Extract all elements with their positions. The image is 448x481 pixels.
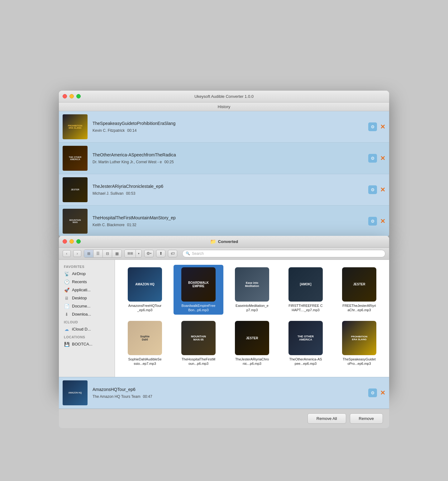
history-bottom-bar: Remove All Remove bbox=[59, 409, 389, 428]
minimize-button[interactable] bbox=[69, 94, 74, 98]
group-dropdown-button[interactable]: ▾ bbox=[136, 250, 141, 257]
bottom-item-author: The Amazon HQ Tours Team bbox=[93, 394, 141, 399]
file-item[interactable]: THE OTHERAMERICA TheOtherAmerica-ASpee..… bbox=[281, 318, 331, 369]
item3-author: Michael J. Sullivan bbox=[93, 191, 123, 196]
search-icon: 🔍 bbox=[186, 251, 190, 255]
file-item[interactable]: AMAZON HQ AmazonsFreeHQTour_ep6.mp3 bbox=[120, 265, 170, 315]
item3-actions: ⚙ ✕ bbox=[368, 185, 385, 194]
item2-thumb: THE OTHERAMERICA bbox=[63, 146, 88, 171]
share-button[interactable]: ⬆ bbox=[156, 250, 165, 257]
desktop-icon: 🖥 bbox=[64, 296, 69, 301]
file-item[interactable]: [AMOK] FIRSTTHREEFREE CHAPT...._ep7.mp3 bbox=[281, 265, 331, 315]
icloud-drive-label: iCloud D... bbox=[72, 327, 91, 331]
item1-actions: ⚙ ✕ bbox=[368, 122, 385, 131]
history-item: THE OTHERAMERICA TheOtherAmerica-ASpeech… bbox=[59, 143, 389, 174]
file-thumb-image: BOARDWALKEMPIRE bbox=[181, 267, 216, 302]
sidebar-item-desktop[interactable]: 🖥 Desktop bbox=[59, 294, 115, 302]
file-thumb: MOUNTAINMAN 05 bbox=[181, 321, 216, 355]
file-thumb-image: JESTER bbox=[342, 267, 376, 302]
group-left-button[interactable]: ⊞⊞ bbox=[125, 250, 136, 257]
finder-minimize-button[interactable] bbox=[69, 239, 74, 244]
icon-view-button[interactable]: ⊞ bbox=[84, 250, 93, 257]
tag-button[interactable]: 🏷 bbox=[168, 250, 177, 257]
airdrop-label: AirDrop bbox=[72, 271, 86, 276]
file-thumb: THE OTHERAMERICA bbox=[288, 321, 323, 355]
file-label: TheSpeakeasyGuidetoPro...ep6.mp3 bbox=[342, 357, 376, 366]
item4-remove-button[interactable]: ✕ bbox=[380, 217, 385, 225]
recents-label: Recents bbox=[72, 279, 87, 284]
remove-all-button[interactable]: Remove All bbox=[307, 413, 346, 424]
item4-thumb: MOUNTAINMAN bbox=[63, 209, 88, 234]
gallery-view-button[interactable]: ▦ bbox=[112, 250, 122, 257]
file-label: SophieDahlAudibleSessio...ep7.mp3 bbox=[128, 357, 162, 366]
close-button[interactable] bbox=[63, 94, 67, 98]
finder-titlebar: 📁 Converted bbox=[59, 236, 389, 248]
list-view-button[interactable]: ☰ bbox=[93, 250, 103, 257]
sidebar-item-downloads[interactable]: ⬇ Downloa... bbox=[59, 310, 115, 318]
view-buttons: ⊞ ☰ ⊟ ▦ bbox=[84, 250, 122, 258]
history-label: History bbox=[218, 104, 230, 109]
file-label: AmazonsFreeHQTour_ep6.mp3 bbox=[128, 303, 162, 312]
file-thumb: Ease intoMeditation bbox=[235, 267, 269, 302]
file-item[interactable]: JESTER FREETheJesterARiyriaChr...ep6.mp3 bbox=[334, 265, 384, 315]
item3-remove-button[interactable]: ✕ bbox=[380, 186, 385, 193]
history-item: MOUNTAINMAN TheHospitalTheFirstMountainM… bbox=[59, 206, 389, 237]
finder-window: 📁 Converted ‹ › ⊞ ☰ ⊟ ▦ ⊞⊞ ▾ bbox=[59, 236, 389, 391]
item1-title: TheSpeakeasyGuidetoProhibitionEraSlang bbox=[93, 121, 365, 126]
item2-remove-button[interactable]: ✕ bbox=[380, 155, 385, 162]
item4-settings-button[interactable]: ⚙ bbox=[368, 217, 377, 226]
bottom-item-settings-button[interactable]: ⚙ bbox=[368, 388, 377, 397]
bottom-item-remove-button[interactable]: ✕ bbox=[380, 389, 385, 397]
sidebar-item-bootcamp[interactable]: 💾 BOOTCA... bbox=[59, 340, 115, 348]
file-thumb: JESTER bbox=[342, 267, 376, 302]
sidebar-item-icloud[interactable]: ☁ iCloud D... bbox=[59, 325, 115, 333]
favorites-label: Favorites bbox=[59, 263, 115, 270]
forward-button[interactable]: › bbox=[73, 250, 81, 257]
file-label: FIRSTTHREEFREE CHAPT...._ep7.mp3 bbox=[288, 303, 323, 312]
file-thumb-image: SophieDahl bbox=[128, 321, 162, 355]
column-view-button[interactable]: ⊟ bbox=[103, 250, 112, 257]
finder-close-button[interactable] bbox=[63, 239, 67, 244]
recents-icon: 🕐 bbox=[64, 279, 69, 284]
bottom-item-info: AmazonsHQTour_ep6 The Amazon HQ Tours Te… bbox=[93, 387, 365, 399]
file-grid: AMAZON HQ AmazonsFreeHQTour_ep6.mp3 BOAR… bbox=[120, 265, 384, 369]
history-item: JESTER TheJesterARiyriaChroniclestale_ep… bbox=[59, 174, 389, 206]
item2-settings-button[interactable]: ⚙ bbox=[368, 154, 377, 163]
converter-title: Ukeysoft Audible Converter 1.0.0 bbox=[194, 94, 254, 99]
remove-button[interactable]: Remove bbox=[350, 413, 383, 424]
file-label: BoardwalkEmpireFreeBon...p6.mp3 bbox=[181, 303, 216, 312]
finder-traffic-lights bbox=[63, 239, 81, 244]
history-item: PROHIBITIONERA SLANG TheSpeakeasyGuideto… bbox=[59, 111, 389, 143]
airdrop-icon: 📡 bbox=[64, 271, 69, 276]
item4-author: Keith C. Blackmore bbox=[93, 223, 125, 227]
sidebar-item-documents[interactable]: 📄 Docume... bbox=[59, 302, 115, 310]
item4-duration: 01:32 bbox=[127, 223, 136, 227]
finder-toolbar: ‹ › ⊞ ☰ ⊟ ▦ ⊞⊞ ▾ ⚙ ▾ ⬆ bbox=[59, 248, 389, 260]
sidebar-item-recents[interactable]: 🕐 Recents bbox=[59, 278, 115, 286]
finder-sidebar: Favorites 📡 AirDrop 🕐 Recents 🚀 Applicat… bbox=[59, 260, 115, 391]
applications-label: Applicati... bbox=[72, 288, 91, 292]
item2-title: TheOtherAmerica-ASpeechfromTheRadica bbox=[93, 152, 365, 157]
file-thumb: AMAZON HQ bbox=[128, 267, 162, 302]
back-button[interactable]: ‹ bbox=[63, 250, 71, 257]
finder-maximize-button[interactable] bbox=[76, 239, 81, 244]
file-item[interactable]: JESTER TheJesterARiyriaChronic...p6.mp3 bbox=[227, 318, 277, 369]
settings-action-button[interactable]: ⚙ ▾ bbox=[144, 250, 154, 257]
search-box[interactable]: 🔍 Search bbox=[182, 250, 385, 257]
file-item[interactable]: Ease intoMeditation EaseintoMeditation_e… bbox=[227, 265, 277, 315]
sidebar-item-airdrop[interactable]: 📡 AirDrop bbox=[59, 270, 115, 278]
maximize-button[interactable] bbox=[76, 94, 81, 98]
file-item[interactable]: BOARDWALKEMPIRE BoardwalkEmpireFreeBon..… bbox=[174, 265, 223, 315]
file-item[interactable]: PROHIBITIONERA SLANG TheSpeakeasyGuideto… bbox=[334, 318, 384, 369]
sidebar-item-applications[interactable]: 🚀 Applicati... bbox=[59, 286, 115, 294]
item1-remove-button[interactable]: ✕ bbox=[380, 123, 385, 131]
file-label: TheJesterARiyriaChronic...p6.mp3 bbox=[235, 357, 269, 366]
item3-settings-button[interactable]: ⚙ bbox=[368, 185, 377, 194]
item4-title: TheHospitalTheFirstMountainManStory_ep bbox=[93, 215, 365, 220]
item4-info: TheHospitalTheFirstMountainManStory_ep K… bbox=[93, 215, 365, 227]
file-item[interactable]: MOUNTAINMAN 05 TheHospitalTheFirstMoun..… bbox=[174, 318, 223, 369]
file-item[interactable]: SophieDahl SophieDahlAudibleSessio...ep7… bbox=[120, 318, 170, 369]
downloads-icon: ⬇ bbox=[64, 312, 69, 317]
converter-window: Ukeysoft Audible Converter 1.0.0 History… bbox=[59, 91, 389, 237]
item1-settings-button[interactable]: ⚙ bbox=[368, 122, 377, 131]
